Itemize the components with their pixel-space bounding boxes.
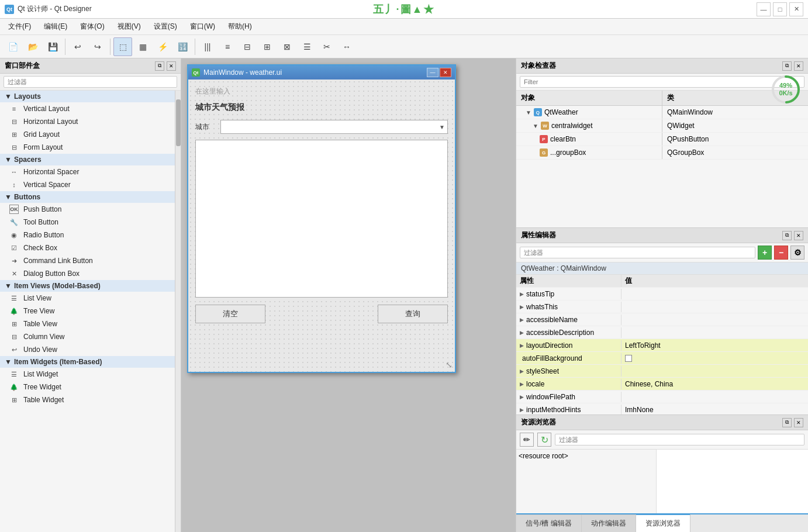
menu-settings[interactable]: 设置(S) <box>148 19 183 34</box>
menu-help[interactable]: 帮助(H) <box>222 19 258 34</box>
inspector-row-clearbtn[interactable]: P clearBtn QPushButton <box>516 133 808 146</box>
section-item-views[interactable]: ▼ Item Views (Model-Based) <box>0 280 175 292</box>
layoutdirection-expand[interactable]: ▶ <box>520 343 524 348</box>
toolbar-layout-grid[interactable]: ⊠ <box>278 37 296 56</box>
widget-item-form-layout[interactable]: ⊟ Form Layout <box>0 141 175 154</box>
object-filter-input[interactable] <box>520 76 804 88</box>
toolbar-redo[interactable]: ↪ <box>88 37 107 56</box>
widget-item-vertical-layout[interactable]: ≡ Vertical Layout <box>0 102 175 115</box>
section-buttons[interactable]: ▼ Buttons <box>0 191 175 203</box>
section-spacers[interactable]: ▼ Spacers <box>0 154 175 165</box>
prop-row-accessiblename[interactable]: ▶ accessibleName <box>516 313 808 326</box>
centralwidget-expand-arrow[interactable]: ▼ <box>533 123 538 129</box>
widget-item-push-button[interactable]: OK Push Button <box>0 203 175 216</box>
toolbar-layout-v[interactable]: ≡ <box>218 37 237 56</box>
toolbar-layout-hsp[interactable]: ⊟ <box>238 37 257 56</box>
widget-item-tool-button[interactable]: 🔧 Tool Button <box>0 216 175 229</box>
widget-item-vertical-spacer[interactable]: ↕ Vertical Spacer <box>0 178 175 191</box>
resource-filter-input[interactable] <box>555 434 804 445</box>
tab-signal-slot[interactable]: 信号/槽 编辑器 <box>516 514 582 532</box>
prop-val-accessibledesc[interactable] <box>621 331 808 334</box>
resource-edit-btn[interactable]: ✏ <box>520 433 534 447</box>
widget-item-undo-view[interactable]: ↩ Undo View <box>0 343 175 356</box>
tab-resource-browser[interactable]: 资源浏览器 <box>636 514 690 532</box>
toolbar-undo[interactable]: ↩ <box>68 37 87 56</box>
inspector-row-centralwidget[interactable]: ▼ W centralwidget QWidget <box>516 119 808 133</box>
accessiblename-expand[interactable]: ▶ <box>520 317 524 323</box>
floating-minimize-btn[interactable]: — <box>427 68 438 77</box>
prop-val-whatsthis[interactable] <box>621 306 808 308</box>
widget-item-radio-button[interactable]: ◉ Radio Button <box>0 229 175 241</box>
property-editor-close[interactable]: ✕ <box>794 231 803 240</box>
section-item-widgets[interactable]: ▼ Item Widgets (Item-Based) <box>0 356 175 368</box>
widget-filter-input[interactable] <box>4 76 177 88</box>
floating-title-bar[interactable]: Qt MainWindow - weather.ui — ✕ <box>188 65 455 80</box>
toolbar-save[interactable]: 💾 <box>43 37 62 56</box>
widget-item-table-widget[interactable]: ⊞ Table Widget <box>0 393 175 406</box>
widget-box-close[interactable]: ✕ <box>167 61 176 71</box>
toolbar-signal-slot[interactable]: ⚡ <box>153 37 172 56</box>
prop-row-whatsthis[interactable]: ▶ whatsThis <box>516 300 808 313</box>
whatsthis-expand[interactable]: ▶ <box>520 304 524 310</box>
qtweather-expand-arrow[interactable]: ▼ <box>526 109 531 116</box>
toolbar-new[interactable]: 📄 <box>4 37 22 56</box>
prop-config-btn[interactable]: ⚙ <box>790 246 804 260</box>
prop-val-accessiblename[interactable] <box>621 319 808 321</box>
widget-list-scrollbar[interactable] <box>175 91 181 532</box>
widget-item-column-view[interactable]: ⊟ Column View <box>0 330 175 343</box>
widget-item-list-view[interactable]: ☰ List View <box>0 292 175 305</box>
prop-row-autofill[interactable]: autoFillBackground <box>516 352 808 365</box>
property-editor-float[interactable]: ⧉ <box>782 231 792 240</box>
widget-item-list-widget[interactable]: ☰ List Widget <box>0 368 175 381</box>
stylesheet-expand[interactable]: ▶ <box>520 368 524 374</box>
query-button[interactable]: 查询 <box>378 305 448 323</box>
inspector-row-qtweather[interactable]: ▼ Q QtWeather QMainWindow <box>516 106 808 119</box>
toolbar-adjust-size[interactable]: ↔ <box>337 37 356 56</box>
widget-box-float[interactable]: ⧉ <box>155 61 164 71</box>
widget-item-dialog-button-box[interactable]: ✕ Dialog Button Box <box>0 267 175 280</box>
toolbar-layout-h[interactable]: ||| <box>198 37 217 56</box>
toolbar-edit-mode[interactable]: ⬚ <box>113 37 132 56</box>
floating-close-btn[interactable]: ✕ <box>440 68 451 77</box>
toolbar-open[interactable]: 📂 <box>23 37 42 56</box>
minimize-button[interactable]: — <box>757 2 771 16</box>
prop-row-locale[interactable]: ▶ locale Chinese, China <box>516 378 808 391</box>
prop-row-statustip[interactable]: ▶ statusTip <box>516 288 808 300</box>
prop-val-stylesheet[interactable] <box>621 370 808 372</box>
prop-val-locale[interactable]: Chinese, China <box>621 379 808 389</box>
toolbar-select-mode[interactable]: ▦ <box>133 37 152 56</box>
widget-item-check-box[interactable]: ☑ Check Box <box>0 241 175 254</box>
prop-val-inputmethodhints[interactable]: ImhNone <box>621 405 808 415</box>
prop-val-windowfilepath[interactable] <box>621 396 808 398</box>
windowfilepath-expand[interactable]: ▶ <box>520 394 524 400</box>
scrollbar-thumb[interactable] <box>176 99 181 146</box>
resize-handle-icon[interactable]: ⤡ <box>446 360 453 369</box>
widget-item-tree-widget[interactable]: 🌲 Tree Widget <box>0 381 175 393</box>
inputmethodhints-expand[interactable]: ▶ <box>520 407 524 413</box>
autofill-checkbox[interactable] <box>625 355 632 362</box>
menu-window[interactable]: 窗口(W) <box>184 19 221 34</box>
resource-browser-close[interactable]: ✕ <box>794 418 803 427</box>
section-layouts[interactable]: ▼ Layouts <box>0 91 175 102</box>
inspector-row-groupbox[interactable]: G ...groupBox QGroupBox <box>516 146 808 160</box>
widget-item-horizontal-layout[interactable]: ⊟ Horizontal Layout <box>0 115 175 128</box>
resource-refresh-btn[interactable]: ↻ <box>537 433 551 447</box>
tab-action-editor[interactable]: 动作编辑器 <box>582 514 636 532</box>
accessibledesc-expand[interactable]: ▶ <box>520 330 524 336</box>
prop-row-accessibledesc[interactable]: ▶ accessibleDescription <box>516 326 808 339</box>
prop-remove-btn[interactable]: − <box>774 246 788 260</box>
toolbar-buddy[interactable]: 🔢 <box>173 37 192 56</box>
locale-expand[interactable]: ▶ <box>520 381 524 387</box>
prop-add-btn[interactable]: + <box>758 246 772 260</box>
prop-filter-input[interactable] <box>520 247 755 258</box>
prop-row-windowfilepath[interactable]: ▶ windowFilePath <box>516 391 808 403</box>
menu-file[interactable]: 文件(F) <box>2 19 37 34</box>
prop-row-layoutdirection[interactable]: ▶ layoutDirection LeftToRight <box>516 339 808 352</box>
widget-item-command-link-button[interactable]: ➜ Command Link Button <box>0 254 175 267</box>
menu-form[interactable]: 窗体(O) <box>74 19 110 34</box>
object-inspector-close[interactable]: ✕ <box>794 61 803 71</box>
toolbar-layout-form[interactable]: ☰ <box>298 37 316 56</box>
menu-edit[interactable]: 编辑(E) <box>38 19 73 34</box>
prop-val-layoutdirection[interactable]: LeftToRight <box>621 340 808 351</box>
clear-button[interactable]: 清空 <box>195 305 265 323</box>
